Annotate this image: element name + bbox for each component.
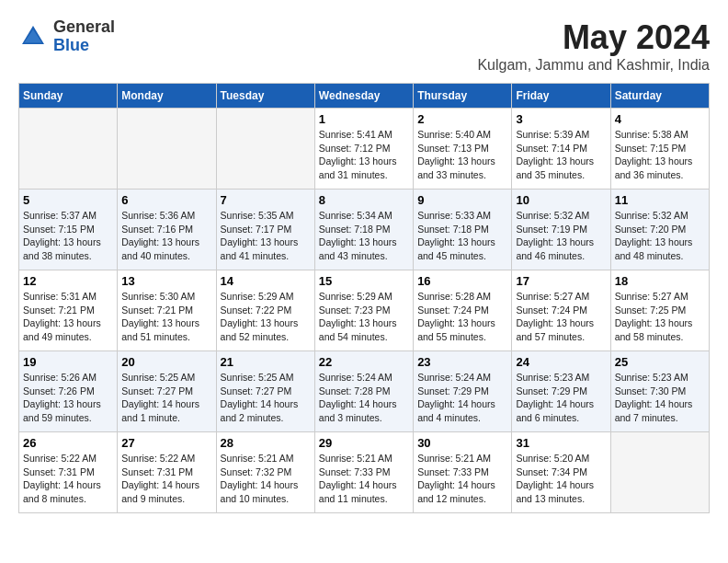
- day-cell: 28Sunrise: 5:21 AM Sunset: 7:32 PM Dayli…: [216, 432, 314, 513]
- day-number: 14: [221, 274, 311, 288]
- day-info: Sunrise: 5:32 AM Sunset: 7:20 PM Dayligh…: [615, 209, 705, 263]
- header-cell-monday: Monday: [118, 84, 216, 109]
- day-number: 12: [23, 274, 113, 288]
- day-cell: 10Sunrise: 5:32 AM Sunset: 7:19 PM Dayli…: [512, 190, 610, 270]
- day-info: Sunrise: 5:22 AM Sunset: 7:31 PM Dayligh…: [121, 452, 211, 506]
- day-info: Sunrise: 5:29 AM Sunset: 7:22 PM Dayligh…: [221, 290, 311, 344]
- day-number: 5: [23, 193, 113, 207]
- header-cell-tuesday: Tuesday: [216, 84, 314, 109]
- logo-blue: Blue: [53, 37, 115, 55]
- day-info: Sunrise: 5:27 AM Sunset: 7:24 PM Dayligh…: [516, 290, 606, 344]
- day-info: Sunrise: 5:39 AM Sunset: 7:14 PM Dayligh…: [516, 128, 606, 182]
- month-title: May 2024: [477, 18, 710, 57]
- day-number: 31: [516, 436, 606, 450]
- day-cell: 29Sunrise: 5:21 AM Sunset: 7:33 PM Dayli…: [314, 432, 413, 513]
- day-cell: 26Sunrise: 5:22 AM Sunset: 7:31 PM Dayli…: [19, 432, 118, 513]
- day-cell: 7Sunrise: 5:35 AM Sunset: 7:17 PM Daylig…: [216, 190, 314, 270]
- day-cell: 22Sunrise: 5:24 AM Sunset: 7:28 PM Dayli…: [314, 351, 413, 432]
- day-info: Sunrise: 5:21 AM Sunset: 7:33 PM Dayligh…: [319, 452, 409, 506]
- day-info: Sunrise: 5:30 AM Sunset: 7:21 PM Dayligh…: [121, 290, 211, 344]
- logo: General Blue: [18, 18, 115, 55]
- day-cell: 18Sunrise: 5:27 AM Sunset: 7:25 PM Dayli…: [610, 270, 709, 351]
- day-number: 30: [417, 436, 507, 450]
- day-info: Sunrise: 5:31 AM Sunset: 7:21 PM Dayligh…: [23, 290, 113, 344]
- day-cell: [118, 109, 216, 190]
- day-cell: 4Sunrise: 5:38 AM Sunset: 7:15 PM Daylig…: [610, 109, 709, 190]
- day-number: 28: [221, 436, 311, 450]
- day-cell: 30Sunrise: 5:21 AM Sunset: 7:33 PM Dayli…: [414, 432, 512, 513]
- day-info: Sunrise: 5:37 AM Sunset: 7:15 PM Dayligh…: [23, 209, 113, 263]
- day-cell: 13Sunrise: 5:30 AM Sunset: 7:21 PM Dayli…: [118, 270, 216, 351]
- page-header: General Blue May 2024 Kulgam, Jammu and …: [18, 18, 710, 74]
- day-number: 11: [615, 193, 705, 207]
- day-number: 24: [516, 355, 606, 369]
- header-cell-saturday: Saturday: [610, 84, 709, 109]
- week-row-3: 12Sunrise: 5:31 AM Sunset: 7:21 PM Dayli…: [19, 270, 710, 351]
- header-cell-thursday: Thursday: [414, 84, 512, 109]
- day-info: Sunrise: 5:28 AM Sunset: 7:24 PM Dayligh…: [417, 290, 507, 344]
- day-number: 25: [615, 355, 705, 369]
- week-row-2: 5Sunrise: 5:37 AM Sunset: 7:15 PM Daylig…: [19, 190, 710, 270]
- day-number: 1: [319, 112, 409, 126]
- calendar-header: SundayMondayTuesdayWednesdayThursdayFrid…: [19, 84, 710, 109]
- calendar-body: 1Sunrise: 5:41 AM Sunset: 7:12 PM Daylig…: [19, 109, 710, 513]
- day-cell: 2Sunrise: 5:40 AM Sunset: 7:13 PM Daylig…: [414, 109, 512, 190]
- day-info: Sunrise: 5:21 AM Sunset: 7:32 PM Dayligh…: [221, 452, 311, 506]
- day-number: 4: [615, 112, 705, 126]
- day-info: Sunrise: 5:40 AM Sunset: 7:13 PM Dayligh…: [417, 128, 507, 182]
- day-number: 20: [121, 355, 211, 369]
- day-info: Sunrise: 5:23 AM Sunset: 7:30 PM Dayligh…: [615, 371, 705, 425]
- day-cell: 23Sunrise: 5:24 AM Sunset: 7:29 PM Dayli…: [414, 351, 512, 432]
- day-info: Sunrise: 5:29 AM Sunset: 7:23 PM Dayligh…: [319, 290, 409, 344]
- week-row-1: 1Sunrise: 5:41 AM Sunset: 7:12 PM Daylig…: [19, 109, 710, 190]
- title-block: May 2024 Kulgam, Jammu and Kashmir, Indi…: [477, 18, 710, 74]
- day-info: Sunrise: 5:36 AM Sunset: 7:16 PM Dayligh…: [121, 209, 211, 263]
- day-cell: 11Sunrise: 5:32 AM Sunset: 7:20 PM Dayli…: [610, 190, 709, 270]
- logo-text: General Blue: [53, 18, 115, 55]
- day-cell: 25Sunrise: 5:23 AM Sunset: 7:30 PM Dayli…: [610, 351, 709, 432]
- day-info: Sunrise: 5:34 AM Sunset: 7:18 PM Dayligh…: [319, 209, 409, 263]
- day-info: Sunrise: 5:32 AM Sunset: 7:19 PM Dayligh…: [516, 209, 606, 263]
- week-row-4: 19Sunrise: 5:26 AM Sunset: 7:26 PM Dayli…: [19, 351, 710, 432]
- day-number: 8: [319, 193, 409, 207]
- day-cell: 21Sunrise: 5:25 AM Sunset: 7:27 PM Dayli…: [216, 351, 314, 432]
- day-cell: 24Sunrise: 5:23 AM Sunset: 7:29 PM Dayli…: [512, 351, 610, 432]
- day-info: Sunrise: 5:41 AM Sunset: 7:12 PM Dayligh…: [319, 128, 409, 182]
- day-number: 2: [417, 112, 507, 126]
- day-cell: 19Sunrise: 5:26 AM Sunset: 7:26 PM Dayli…: [19, 351, 118, 432]
- day-cell: 3Sunrise: 5:39 AM Sunset: 7:14 PM Daylig…: [512, 109, 610, 190]
- day-cell: [216, 109, 314, 190]
- day-info: Sunrise: 5:26 AM Sunset: 7:26 PM Dayligh…: [23, 371, 113, 425]
- day-info: Sunrise: 5:25 AM Sunset: 7:27 PM Dayligh…: [221, 371, 311, 425]
- day-cell: 27Sunrise: 5:22 AM Sunset: 7:31 PM Dayli…: [118, 432, 216, 513]
- header-cell-wednesday: Wednesday: [314, 84, 413, 109]
- day-info: Sunrise: 5:20 AM Sunset: 7:34 PM Dayligh…: [516, 452, 606, 506]
- day-number: 6: [121, 193, 211, 207]
- header-cell-friday: Friday: [512, 84, 610, 109]
- day-cell: 17Sunrise: 5:27 AM Sunset: 7:24 PM Dayli…: [512, 270, 610, 351]
- day-cell: 6Sunrise: 5:36 AM Sunset: 7:16 PM Daylig…: [118, 190, 216, 270]
- day-info: Sunrise: 5:25 AM Sunset: 7:27 PM Dayligh…: [121, 371, 211, 425]
- header-cell-sunday: Sunday: [19, 84, 118, 109]
- day-cell: 20Sunrise: 5:25 AM Sunset: 7:27 PM Dayli…: [118, 351, 216, 432]
- day-info: Sunrise: 5:35 AM Sunset: 7:17 PM Dayligh…: [221, 209, 311, 263]
- header-row: SundayMondayTuesdayWednesdayThursdayFrid…: [19, 84, 710, 109]
- day-number: 18: [615, 274, 705, 288]
- week-row-5: 26Sunrise: 5:22 AM Sunset: 7:31 PM Dayli…: [19, 432, 710, 513]
- day-info: Sunrise: 5:24 AM Sunset: 7:28 PM Dayligh…: [319, 371, 409, 425]
- day-info: Sunrise: 5:33 AM Sunset: 7:18 PM Dayligh…: [417, 209, 507, 263]
- day-cell: 9Sunrise: 5:33 AM Sunset: 7:18 PM Daylig…: [414, 190, 512, 270]
- day-info: Sunrise: 5:21 AM Sunset: 7:33 PM Dayligh…: [417, 452, 507, 506]
- day-number: 27: [121, 436, 211, 450]
- calendar-table: SundayMondayTuesdayWednesdayThursdayFrid…: [18, 83, 710, 513]
- day-cell: 12Sunrise: 5:31 AM Sunset: 7:21 PM Dayli…: [19, 270, 118, 351]
- day-number: 23: [417, 355, 507, 369]
- day-number: 10: [516, 193, 606, 207]
- location-title: Kulgam, Jammu and Kashmir, India: [477, 57, 710, 74]
- day-number: 15: [319, 274, 409, 288]
- day-number: 29: [319, 436, 409, 450]
- day-number: 16: [417, 274, 507, 288]
- day-number: 9: [417, 193, 507, 207]
- day-info: Sunrise: 5:23 AM Sunset: 7:29 PM Dayligh…: [516, 371, 606, 425]
- day-number: 17: [516, 274, 606, 288]
